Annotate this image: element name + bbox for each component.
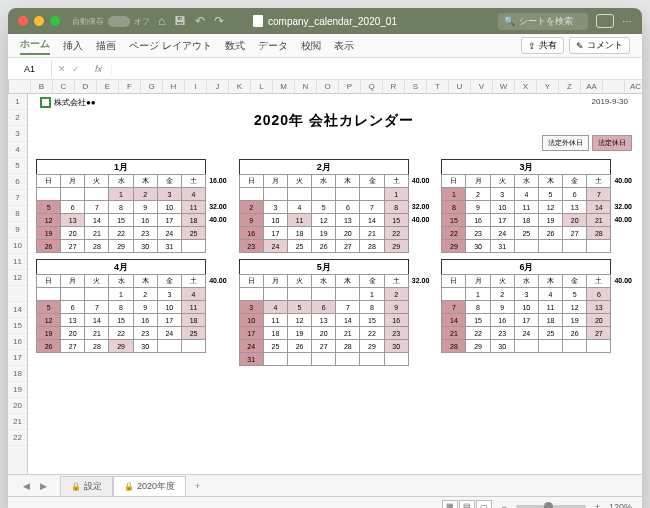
day-cell[interactable]: 9 — [133, 201, 157, 214]
row-header[interactable]: 4 — [8, 142, 27, 158]
day-cell[interactable]: 4 — [514, 188, 538, 201]
day-cell[interactable]: 17 — [239, 327, 263, 340]
day-cell[interactable]: 16 — [133, 214, 157, 227]
day-cell[interactable]: 14 — [587, 201, 611, 214]
tab-review[interactable]: 校閲 — [301, 39, 321, 53]
cell-reference[interactable]: A1 — [8, 61, 52, 77]
day-cell[interactable]: 13 — [587, 301, 611, 314]
day-cell[interactable]: 18 — [287, 227, 311, 240]
day-cell[interactable]: 3 — [157, 288, 181, 301]
tab-insert[interactable]: 挿入 — [63, 39, 83, 53]
day-cell[interactable]: 6 — [61, 301, 85, 314]
day-cell[interactable]: 2 — [490, 288, 514, 301]
day-cell[interactable] — [514, 340, 538, 353]
day-cell[interactable]: 12 — [312, 214, 336, 227]
row-header[interactable]: 2 — [8, 110, 27, 126]
col-header[interactable]: W — [493, 80, 515, 93]
col-header[interactable]: V — [471, 80, 493, 93]
day-cell[interactable]: 2 — [384, 288, 408, 301]
day-cell[interactable]: 5 — [538, 188, 562, 201]
day-cell[interactable] — [442, 288, 466, 301]
day-cell[interactable]: 25 — [514, 227, 538, 240]
day-cell[interactable] — [181, 340, 205, 353]
day-cell[interactable]: 14 — [336, 314, 360, 327]
day-cell[interactable] — [538, 340, 562, 353]
day-cell[interactable]: 6 — [587, 288, 611, 301]
day-cell[interactable] — [587, 240, 611, 253]
cancel-icon[interactable]: ✕ — [58, 64, 66, 74]
comment-button[interactable]: ✎コメント — [569, 37, 630, 54]
col-header[interactable]: X — [515, 80, 537, 93]
day-cell[interactable]: 14 — [85, 314, 109, 327]
day-cell[interactable]: 6 — [61, 201, 85, 214]
day-cell[interactable]: 15 — [360, 314, 384, 327]
day-cell[interactable]: 24 — [157, 227, 181, 240]
day-cell[interactable]: 1 — [384, 188, 408, 201]
col-header[interactable]: J — [207, 80, 229, 93]
day-cell[interactable]: 10 — [239, 314, 263, 327]
day-cell[interactable]: 27 — [61, 340, 85, 353]
day-cell[interactable]: 15 — [109, 314, 133, 327]
day-cell[interactable]: 7 — [336, 301, 360, 314]
day-cell[interactable]: 6 — [336, 201, 360, 214]
day-cell[interactable]: 27 — [587, 327, 611, 340]
col-header[interactable]: I — [185, 80, 207, 93]
grid-area[interactable]: 株式会社●● 2019-9-30 2020年 会社カレンダー 法定外休日 法定休… — [28, 94, 642, 474]
tab-prev[interactable]: ◀ — [18, 481, 35, 491]
day-cell[interactable]: 18 — [181, 214, 205, 227]
day-cell[interactable]: 14 — [442, 314, 466, 327]
col-header[interactable]: G — [141, 80, 163, 93]
day-cell[interactable]: 31 — [157, 240, 181, 253]
day-cell[interactable]: 19 — [563, 314, 587, 327]
day-cell[interactable]: 28 — [587, 227, 611, 240]
day-cell[interactable]: 22 — [384, 227, 408, 240]
row-header[interactable]: 14 — [8, 302, 27, 318]
day-cell[interactable]: 26 — [287, 340, 311, 353]
day-cell[interactable]: 15 — [466, 314, 490, 327]
day-cell[interactable] — [384, 353, 408, 366]
share-button[interactable]: ⇪共有 — [521, 37, 564, 54]
day-cell[interactable]: 27 — [336, 240, 360, 253]
day-cell[interactable]: 21 — [85, 327, 109, 340]
day-cell[interactable] — [287, 353, 311, 366]
row-header[interactable]: 1 — [8, 94, 27, 110]
day-cell[interactable]: 2 — [133, 288, 157, 301]
day-cell[interactable]: 11 — [538, 301, 562, 314]
day-cell[interactable]: 20 — [336, 227, 360, 240]
row-header[interactable]: 16 — [8, 334, 27, 350]
day-cell[interactable]: 7 — [587, 188, 611, 201]
row-header[interactable]: 6 — [8, 174, 27, 190]
row-header[interactable]: 3 — [8, 126, 27, 142]
row-header[interactable]: 8 — [8, 206, 27, 222]
day-cell[interactable]: 2 — [133, 188, 157, 201]
tab-pagelayout[interactable]: ページ レイアウト — [129, 39, 212, 53]
day-cell[interactable]: 17 — [490, 214, 514, 227]
day-cell[interactable]: 13 — [336, 214, 360, 227]
redo-icon[interactable]: ↷ — [214, 14, 224, 28]
day-cell[interactable]: 27 — [312, 340, 336, 353]
day-cell[interactable]: 13 — [312, 314, 336, 327]
day-cell[interactable]: 29 — [109, 340, 133, 353]
day-cell[interactable]: 19 — [37, 227, 61, 240]
day-cell[interactable]: 13 — [563, 201, 587, 214]
day-cell[interactable]: 18 — [181, 314, 205, 327]
day-cell[interactable]: 9 — [466, 201, 490, 214]
day-cell[interactable]: 22 — [109, 327, 133, 340]
day-cell[interactable]: 30 — [490, 340, 514, 353]
col-header[interactable]: AC — [625, 80, 642, 93]
day-cell[interactable]: 9 — [490, 301, 514, 314]
col-header[interactable]: T — [427, 80, 449, 93]
sheet-tab-2020[interactable]: 🔒2020年度 — [113, 476, 186, 496]
day-cell[interactable] — [312, 288, 336, 301]
col-header[interactable]: M — [273, 80, 295, 93]
day-cell[interactable] — [360, 353, 384, 366]
col-header[interactable]: P — [339, 80, 361, 93]
col-header[interactable]: H — [163, 80, 185, 93]
day-cell[interactable]: 30 — [133, 340, 157, 353]
day-cell[interactable]: 17 — [157, 314, 181, 327]
day-cell[interactable] — [85, 188, 109, 201]
minimize-button[interactable] — [34, 16, 44, 26]
day-cell[interactable]: 4 — [263, 301, 287, 314]
day-cell[interactable]: 13 — [61, 314, 85, 327]
day-cell[interactable]: 10 — [263, 214, 287, 227]
